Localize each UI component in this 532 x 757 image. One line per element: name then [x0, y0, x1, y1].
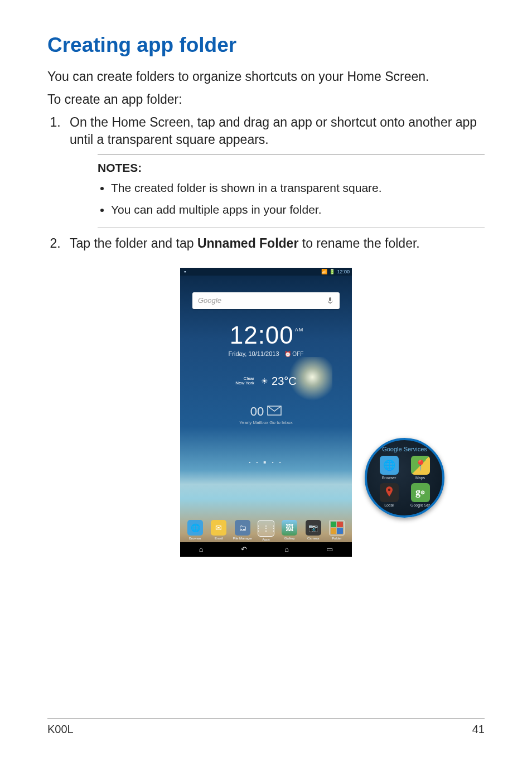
callout-local-icon: [380, 483, 399, 502]
phone-homescreen: ▪ 📶 🔋 12:00 Google 12:00AM Friday, 10/11…: [180, 268, 352, 557]
callout-app-local[interactable]: Local: [376, 483, 403, 507]
dock-email-label: Email: [209, 537, 228, 540]
dock-gallery-label: Gallery: [280, 537, 299, 540]
filemanager-icon: 🗂: [235, 520, 250, 536]
step-2-text-pre: Tap the folder and tap: [70, 236, 197, 250]
mail-count: 00: [250, 404, 264, 419]
apps-icon: ⋮⋮⋮: [258, 520, 274, 537]
status-bar: ▪ 📶 🔋 12:00: [180, 268, 352, 276]
dock-filemanager-label: File Manager: [233, 537, 252, 540]
dock-email[interactable]: ✉ Email: [209, 520, 228, 541]
nav-back-icon[interactable]: ↶: [241, 545, 247, 553]
search-placeholder: Google: [198, 296, 221, 305]
wifi-icon: 📶: [321, 269, 327, 274]
callout-maps-icon: 📍: [411, 456, 430, 475]
steps-list: On the Home Screen, tap and drag an app …: [47, 114, 485, 148]
status-left-icon: ▪: [184, 269, 186, 274]
clock-ampm: AM: [295, 327, 304, 332]
callout-browser-icon: 🌐: [380, 456, 399, 475]
gallery-icon: 🖼: [282, 520, 297, 536]
footer-model: K00L: [47, 723, 74, 736]
nav-bar: ⌂ ↶ ⌂ ▭: [180, 542, 352, 557]
nav-home2-icon[interactable]: ⌂: [284, 545, 289, 553]
clock-time: 12:00: [230, 321, 294, 349]
screenshot-figure: ▪ 📶 🔋 12:00 Google 12:00AM Friday, 10/11…: [132, 268, 400, 557]
notes-box: NOTES: The created folder is shown in a …: [98, 154, 485, 228]
clock-date: Friday, 10/11/2013: [229, 350, 279, 357]
callout-local-label: Local: [376, 503, 403, 507]
email-icon: ✉: [211, 520, 226, 536]
steps-list-cont: Tap the folder and tap Unnamed Folder to…: [47, 235, 485, 252]
step-2-text-post: to rename the folder.: [298, 236, 419, 250]
callout-maps-label: Maps: [407, 476, 434, 480]
folder-callout-magnified: Google Services 🌐 Browser 📍 Maps Local: [365, 438, 444, 518]
mic-icon[interactable]: [326, 296, 334, 306]
dock-gallery[interactable]: 🖼 Gallery: [280, 520, 299, 541]
weather-city: New York: [235, 380, 254, 385]
callout-folder-title: Google Services: [367, 446, 442, 452]
camera-icon: 📷: [306, 520, 321, 536]
dock-folder[interactable]: Folder: [327, 520, 346, 541]
nav-recent-icon[interactable]: ▭: [326, 545, 333, 553]
nav-home-icon[interactable]: ⌂: [199, 545, 204, 553]
callout-app-googlesettings[interactable]: g⚙ Google Set: [407, 483, 434, 507]
battery-icon: 🔋: [329, 269, 335, 274]
intro-paragraph-1: You can create folders to organize short…: [47, 68, 485, 85]
step-2: Tap the folder and tap Unnamed Folder to…: [64, 235, 485, 252]
mail-subtext: Yearly Mailbox Go to Inbox: [180, 420, 352, 425]
sun-icon: ☀: [261, 377, 268, 385]
callout-googlesettings-icon: g⚙: [411, 483, 430, 502]
dock-browser-label: Browser: [186, 537, 205, 540]
step-1: On the Home Screen, tap and drag an app …: [64, 114, 485, 148]
notes-list: The created folder is shown in a transpa…: [98, 180, 485, 218]
alarm-status: ⏰ OFF: [284, 351, 304, 357]
dock-folder-label: Folder: [327, 537, 346, 540]
weather-condition: Clear: [244, 376, 254, 381]
svg-rect-0: [329, 297, 331, 301]
footer-page-number: 41: [472, 723, 485, 736]
envelope-icon: [267, 404, 282, 419]
section-heading: Creating app folder: [47, 33, 485, 57]
google-search-bar[interactable]: Google: [192, 292, 340, 309]
dock-apps[interactable]: ⋮⋮⋮ Apps: [257, 520, 275, 541]
svg-point-2: [388, 489, 390, 491]
dock: 🌐 Browser ✉ Email 🗂 File Manager ⋮⋮⋮ App…: [180, 520, 352, 541]
callout-app-maps[interactable]: 📍 Maps: [407, 456, 434, 480]
folder-thumb-icon: [329, 520, 345, 536]
page-footer: K00L 41: [47, 718, 485, 736]
weather-widget[interactable]: Clear New York ☀ 23°C: [180, 375, 352, 388]
notes-item-2: You can add multiple apps in your folder…: [111, 202, 485, 218]
notes-title: NOTES:: [98, 161, 485, 175]
status-time: 12:00: [337, 269, 350, 274]
browser-icon: 🌐: [187, 520, 203, 536]
dock-filemanager[interactable]: 🗂 File Manager: [233, 520, 252, 541]
dock-apps-label: Apps: [257, 538, 275, 541]
notes-item-1: The created folder is shown in a transpa…: [111, 180, 485, 196]
dock-browser[interactable]: 🌐 Browser: [186, 520, 205, 541]
callout-googlesettings-label: Google Set: [407, 503, 434, 507]
callout-app-browser[interactable]: 🌐 Browser: [376, 456, 403, 480]
mail-widget[interactable]: 00 Yearly Mailbox Go to Inbox: [180, 404, 352, 425]
clock-widget[interactable]: 12:00AM Friday, 10/11/2013 ⏰ OFF: [180, 321, 352, 357]
weather-temp: 23°C: [272, 375, 297, 388]
dock-camera[interactable]: 📷 Camera: [304, 520, 323, 541]
step-2-text-bold: Unnamed Folder: [197, 236, 298, 250]
dock-camera-label: Camera: [304, 537, 323, 540]
page-indicator-dots: • • ■ • •: [180, 460, 352, 465]
intro-paragraph-2: To create an app folder:: [47, 91, 485, 108]
callout-browser-label: Browser: [376, 476, 403, 480]
